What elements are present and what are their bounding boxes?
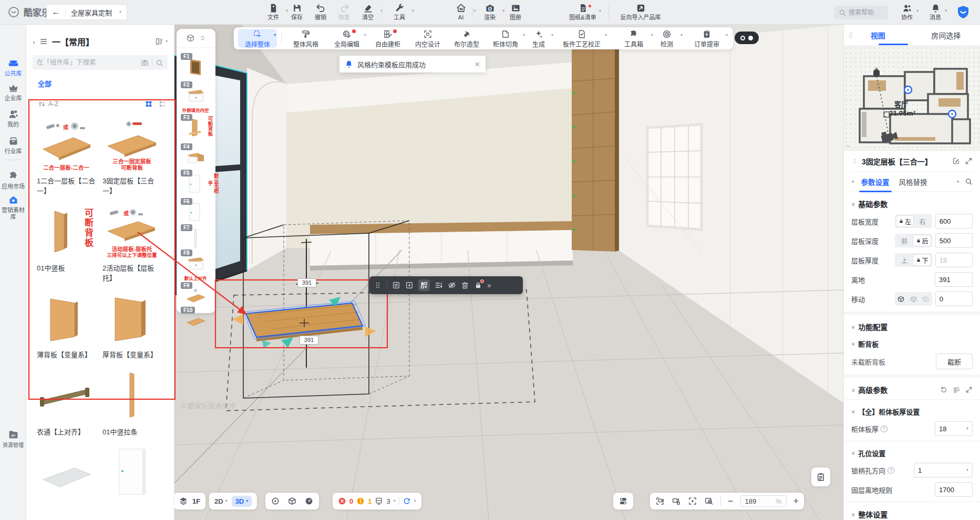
move-y-icon[interactable]	[910, 295, 917, 303]
component-item[interactable]: 薄背板【变量系】	[37, 290, 97, 360]
reorder-icon[interactable]	[435, 281, 443, 289]
render-button[interactable]: 渲染▾	[475, 3, 504, 21]
section-cabinet-thickness[interactable]: ∨【全】柜体板厚设置	[851, 407, 973, 417]
favorite-f3[interactable]: F3 可断背板	[184, 116, 207, 139]
component-item[interactable]	[37, 445, 97, 501]
component-item[interactable]: 衣通【上对齐】	[37, 368, 97, 438]
cube-icon[interactable]	[186, 34, 195, 43]
width-input[interactable]	[940, 217, 968, 225]
clear-button[interactable]: 清空▾	[353, 3, 383, 21]
more-icon[interactable]: »	[487, 281, 491, 289]
rail-item-mine[interactable]: 我的	[0, 109, 26, 128]
viewport-3d-scene[interactable]	[173, 25, 843, 520]
thickness-input[interactable]	[940, 256, 968, 264]
favorite-f5[interactable]: F5 默认无把手	[184, 172, 207, 195]
component-item[interactable]: 三合一固定层板 可断背板 3固定层板【三合一】	[102, 117, 162, 196]
walkthrough-dial-icon[interactable]	[304, 496, 314, 506]
help-icon[interactable]: ?	[888, 467, 894, 474]
component-item[interactable]: 厚背板【变量系】	[102, 290, 162, 360]
camera-settings-icon[interactable]	[672, 496, 681, 506]
ai-button[interactable]: AI▾	[446, 3, 476, 21]
list-view-icon[interactable]	[158, 100, 167, 108]
drag-handle-icon[interactable]	[851, 158, 858, 164]
cut-back-panel-button[interactable]: 截断	[936, 353, 973, 369]
anchor-up[interactable]: 上	[896, 254, 913, 266]
grid-view-icon[interactable]	[145, 100, 153, 108]
help-icon[interactable]: ?	[881, 425, 888, 432]
camera-crop-icon[interactable]	[655, 496, 665, 506]
hole-direction-select[interactable]: 1▾	[914, 463, 973, 477]
focus-icon[interactable]	[688, 496, 697, 506]
anchor-front[interactable]: 前	[896, 235, 913, 246]
hide-icon[interactable]	[448, 281, 456, 289]
expand-icon[interactable]	[965, 157, 973, 165]
ground-input[interactable]	[939, 276, 968, 284]
component-item[interactable]: 或 二合一层板-二合一 1二合一层板【二合一】	[37, 117, 97, 196]
section-back-panel[interactable]: ∨断背板	[851, 339, 973, 349]
favorite-f8[interactable]: F8 默认上对齐	[184, 252, 207, 275]
orbit-cube-icon[interactable]	[287, 496, 297, 506]
refresh-icon[interactable]	[403, 497, 411, 505]
tools-button[interactable]: 工具▾	[385, 3, 414, 21]
detect-button[interactable]: 检测▾	[650, 29, 684, 48]
select-whole-button[interactable]: 选择整体 ▾	[238, 29, 277, 48]
sort-label[interactable]: A-Z	[48, 100, 58, 108]
cabinet-chamfer-button[interactable]: 柜体切角▾	[485, 29, 526, 48]
sort-icon[interactable]	[38, 100, 46, 108]
drawings-list-button[interactable]: 图纸&清单▾	[564, 3, 601, 21]
toolbox-button[interactable]: 工具箱▾	[613, 29, 654, 48]
array-tool-active[interactable]	[418, 279, 430, 291]
rail-item-public-library[interactable]: 公共库	[0, 58, 26, 77]
zoom-input[interactable]	[745, 497, 766, 505]
move-input[interactable]	[940, 295, 968, 303]
image-search-camera-icon[interactable]	[141, 59, 149, 67]
filter-all[interactable]: 全部	[38, 78, 174, 88]
tab-room-select[interactable]: 房间选择	[912, 30, 980, 40]
app-logo[interactable]: 酷家乐	[7, 5, 50, 18]
split-view-toggle[interactable]	[735, 32, 759, 44]
component-item[interactable]: 01中竖拉条	[102, 368, 162, 438]
section-hole-settings[interactable]: ∨孔位设置	[851, 448, 973, 458]
collapse-chevrons-icon[interactable]	[199, 35, 206, 41]
section-advanced-params[interactable]: ∨高级参数	[851, 384, 973, 395]
chevron-right-icon[interactable]: ▸	[957, 179, 960, 184]
rail-item-industry-library[interactable]: 行业库	[0, 136, 26, 155]
replace-icon[interactable]	[392, 281, 400, 289]
lock-button[interactable]	[474, 281, 482, 289]
checklist-button[interactable]	[811, 467, 830, 486]
add-component-icon[interactable]	[405, 281, 414, 289]
delete-icon[interactable]	[461, 281, 469, 289]
chevron-left-icon[interactable]: ◂	[851, 179, 854, 184]
issue-summary[interactable]: 0 1 3 ▾ ▾	[333, 493, 421, 509]
favorite-f7[interactable]: F7	[184, 226, 207, 249]
rail-item-marketing-assets[interactable]: 营销素材库	[0, 194, 26, 220]
anchor-right[interactable]: 右	[914, 215, 931, 227]
zoom-out-button[interactable]: −	[728, 496, 734, 507]
favorite-f1[interactable]: F1	[184, 55, 207, 78]
move-z-icon[interactable]	[922, 295, 930, 303]
anchor-left-on[interactable]: 左	[896, 215, 914, 227]
anchor-back-on[interactable]: 后	[913, 235, 931, 246]
rename-icon[interactable]	[952, 157, 960, 165]
album-button[interactable]: 图册	[501, 3, 530, 21]
rail-item-resource-management[interactable]: 资源管理	[0, 429, 26, 449]
overall-style-button[interactable]: 整体风格	[285, 29, 326, 48]
floor-selector[interactable]: 1F	[173, 493, 205, 509]
boolean-shape-button[interactable]: 布尔造型	[446, 29, 487, 48]
drag-handle-icon[interactable]	[847, 32, 854, 39]
panel-craft-check-button[interactable]: 板件工艺校正▾	[555, 29, 608, 48]
help-search-input[interactable]	[849, 9, 882, 16]
generate-button[interactable]: 生成▾	[523, 29, 554, 48]
resize-handle-icon[interactable]: ⌐	[846, 143, 849, 149]
favorite-f4[interactable]: F4	[184, 145, 207, 169]
favorite-f9[interactable]: F9	[184, 284, 207, 307]
collaborate-button[interactable]: 协作▾	[895, 3, 919, 21]
tab-parameter-settings[interactable]: 参数设置	[859, 172, 892, 192]
section-function-config[interactable]: ∨功能配置	[851, 321, 973, 332]
mode-2d-button[interactable]: 2D▾	[214, 497, 228, 505]
component-item[interactable]	[102, 445, 162, 501]
collapse-list-icon[interactable]	[953, 386, 960, 393]
order-submit-button[interactable]: 订单提审▾	[685, 29, 729, 48]
component-search-input[interactable]	[37, 59, 138, 66]
favorite-f6[interactable]: F6	[184, 200, 207, 223]
